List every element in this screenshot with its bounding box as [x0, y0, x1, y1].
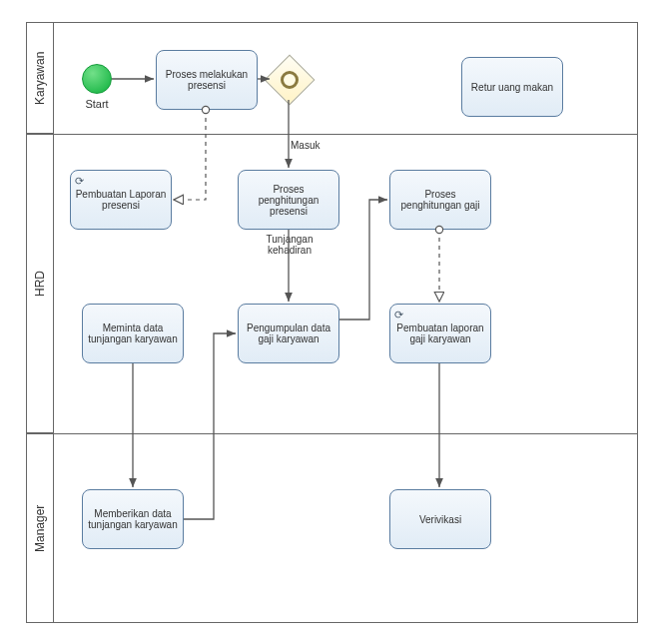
edge-label-masuk: Masuk [291, 140, 320, 151]
task-proses-presensi: Proses melakukan presensi [156, 50, 258, 110]
task-pembuatan-laporan-gaji: ⟳ Pembuatan laporan gaji karyawan [389, 304, 491, 363]
task-memberikan-data: Memberikan data tunjangan karyawan [82, 489, 184, 549]
lane-label-karyawan: Karyawan [26, 22, 54, 134]
subprocess-marker-icon: ⟳ [75, 175, 84, 188]
edge-label-tunjangan: Tunjangan kehadiran [260, 234, 320, 256]
task-meminta-data: Meminta data tunjangan karyawan [82, 304, 184, 363]
task-label: Pembuatan laporan gaji karyawan [394, 322, 486, 344]
lane-divider-1 [54, 134, 638, 135]
task-pembuatan-laporan-presensi: ⟳ Pembuatan Laporan presensi [70, 170, 172, 230]
task-pengumpulan-data: Pengumpulan data gaji karyawan [238, 304, 339, 363]
start-event [82, 64, 112, 94]
gateway-inner-circle [281, 71, 299, 89]
task-verifikasi: Verivikasi [389, 489, 491, 549]
bpmn-diagram: Karyawan HRD Manager Start Proses melaku… [0, 0, 652, 644]
subprocess-marker-icon: ⟳ [394, 309, 403, 322]
task-label: Pembuatan Laporan presensi [75, 189, 167, 211]
lane-label-manager: Manager [26, 433, 54, 623]
lane-label-hrd: HRD [26, 134, 54, 433]
start-event-label: Start [82, 98, 112, 110]
lane-divider-2 [54, 433, 638, 434]
task-proses-hitung-presensi: Proses penghitungan presensi [238, 170, 339, 230]
task-retur-uang: Retur uang makan [461, 57, 563, 117]
task-proses-hitung-gaji: Proses penghitungan gaji [389, 170, 491, 230]
